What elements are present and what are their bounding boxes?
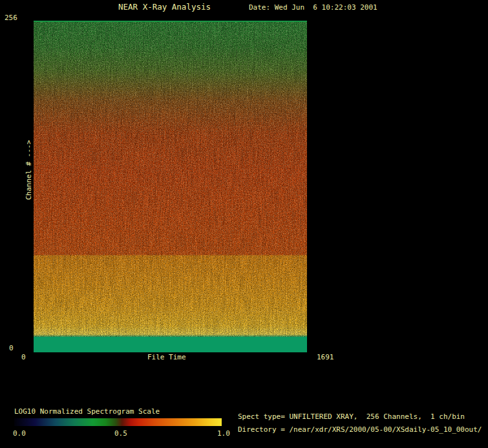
colorbar-gradient xyxy=(14,418,222,426)
colorbar-tick-max: 1.0 xyxy=(217,429,230,438)
x-axis-min-label: 0 xyxy=(21,353,26,361)
spectrogram-noise-overlay xyxy=(34,21,307,352)
directory-line: Directory = /near/xdr/XRS/2000/05-00/XSd… xyxy=(238,425,482,434)
colorbar-title: LOG10 Normalized Spectrogram Scale xyxy=(14,407,160,416)
x-axis-max-label: 1691 xyxy=(317,353,334,361)
spect-type-line: Spect type= UNFILTERED XRAY, 256 Channel… xyxy=(238,412,465,421)
spectrogram-image xyxy=(34,21,307,352)
x-axis-title: File Time xyxy=(147,353,186,361)
y-axis-title: Channel # ---> xyxy=(25,140,33,200)
page-title: NEAR X-Ray Analysis xyxy=(118,3,211,11)
colorbar-tick-min: 0.0 xyxy=(13,429,26,438)
plot-window: NEAR X-Ray Analysis Date: Wed Jun 6 10:2… xyxy=(0,0,488,448)
y-axis-min-label: 0 xyxy=(9,344,14,352)
colorbar-tick-mid: 0.5 xyxy=(114,429,127,438)
date-label: Date: Wed Jun 6 10:22:03 2001 xyxy=(249,3,377,12)
y-axis-max-label: 256 xyxy=(5,14,17,22)
